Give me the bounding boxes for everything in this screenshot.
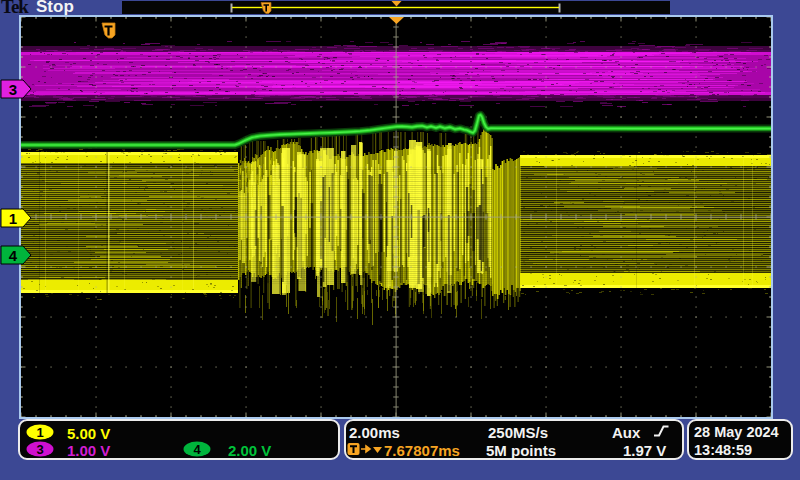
svg-text:1: 1: [36, 425, 43, 440]
svg-text:3: 3: [36, 442, 43, 457]
svg-text:4: 4: [193, 442, 201, 457]
